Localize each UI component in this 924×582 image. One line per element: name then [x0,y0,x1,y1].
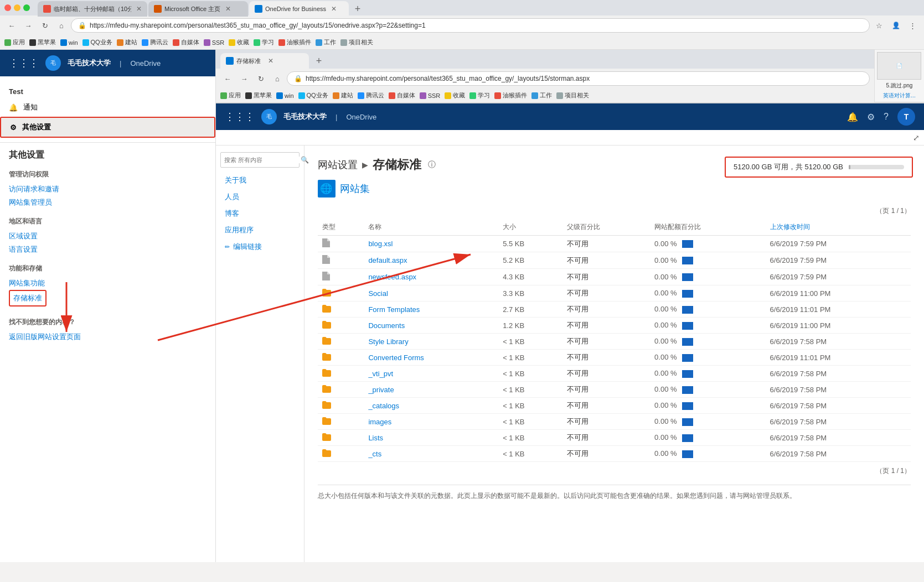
popup-bookmark-project[interactable]: 项目相关 [556,91,589,100]
forward-button[interactable]: → [21,18,35,33]
close-traffic-light[interactable] [4,4,11,11]
popup-bookmark-ssr[interactable]: SSR [420,92,441,99]
popup-tab-close[interactable]: ✕ [268,57,273,65]
link-legacy-settings[interactable]: 返回旧版网站设置页面 [9,330,207,344]
extension-icon[interactable]: 👤 [889,18,903,33]
bookmark-ssr[interactable]: SSR [204,39,225,46]
bookmark-work[interactable]: 工作 [316,38,336,46]
bookmark-tencent[interactable]: 腾讯云 [142,38,168,46]
new-tab-button[interactable]: + [350,1,365,17]
popup-bookmark-win[interactable]: win [276,92,294,99]
popup-nav-blog[interactable]: 博客 [216,205,304,222]
cell-name[interactable]: default.aspx [364,252,498,269]
bookmark-build[interactable]: 建站 [117,38,137,46]
tab-close-office[interactable]: ✕ [225,5,231,13]
home-button[interactable]: ⌂ [54,18,69,33]
popup-back-button[interactable]: ← [220,71,235,86]
popup-nav-apps[interactable]: 应用程序 [216,222,304,238]
popup-bookmark-tencent[interactable]: 腾讯云 [358,91,384,100]
bookmark-study[interactable]: 学习 [254,38,274,46]
settings-gear-icon[interactable]: ⚙ [867,112,875,122]
reload-button[interactable]: ↻ [38,18,52,33]
popup-bookmark-work[interactable]: 工作 [531,91,552,100]
app-header-left: ⋮⋮⋮ 毛 毛毛技术大学 | OneDrive [0,50,215,76]
cell-name[interactable]: Lists [364,430,498,446]
cell-type [318,366,364,382]
cell-name[interactable]: Style Library [364,334,498,350]
help-icon[interactable]: ? [884,112,889,122]
popup-home-button[interactable]: ⌂ [270,71,285,86]
other-settings-label: 其他设置 [22,122,51,132]
cell-name[interactable]: Social [364,285,498,302]
notification-bell-icon[interactable]: 🔔 [847,112,858,122]
bookmark-win[interactable]: win [60,39,78,46]
menu-button[interactable]: ⋮ [905,18,920,33]
tab-mail[interactable]: 临时邮箱、十分钟邮箱（10分钟... ✕ [38,1,147,17]
tab-office[interactable]: Microsoft Office 主页 ✕ [148,1,248,17]
popup-bookmark-tampermonkey[interactable]: 油猴插件 [494,91,527,100]
popup-nav-about[interactable]: 关于我 [216,172,304,189]
bookmark-tampermonkey[interactable]: 油猴插件 [278,38,311,46]
popup-bookmark-study[interactable]: 学习 [469,91,490,100]
cell-quota-pct: 0.00 % [650,398,765,414]
popup-forward-button[interactable]: → [237,71,251,86]
link-regional-settings[interactable]: 区域设置 [9,230,207,243]
site-collection-title[interactable]: 网站集 [340,182,370,195]
bookmark-media[interactable]: 自媒体 [173,38,199,46]
link-storage-quota-highlighted[interactable]: 存储标准 [9,290,47,306]
bookmark-star[interactable]: ☆ [872,18,886,33]
maximize-traffic-light[interactable] [23,4,30,11]
waffle-icon[interactable]: ⋮⋮⋮ [9,57,39,69]
bookmark-project[interactable]: 项目相关 [340,38,373,46]
link-language-settings[interactable]: 语言设置 [9,243,207,256]
popup-search-box[interactable]: 🔍 [220,152,300,168]
bookmark-collect[interactable]: 收藏 [229,38,249,46]
address-bar[interactable]: 🔒 https://mfedu-my.sharepoint.com/person… [71,18,870,33]
link-site-collection-admin[interactable]: 网站集管理员 [9,196,207,209]
popup-bookmark-build[interactable]: 建站 [333,91,353,100]
back-button[interactable]: ← [4,18,19,33]
bookmark-apps[interactable]: 应用 [4,38,25,46]
cell-name[interactable]: _private [364,382,498,398]
popup-bookmark-media[interactable]: 自媒体 [389,91,415,100]
cell-modified: 6/6/2019 7:58 PM [766,446,911,462]
popup-bookmark-apps[interactable]: 应用 [220,91,241,100]
cell-name[interactable]: blog.xsl [364,236,498,252]
user-avatar[interactable]: T [897,108,915,126]
popup-reload-button[interactable]: ↻ [254,71,268,86]
cell-type [318,350,364,366]
cell-parent-pct: 不可用 [562,430,650,446]
tab-onedrive[interactable]: OneDrive for Business ✕ [249,1,349,17]
minimize-traffic-light[interactable] [14,4,20,11]
popup-new-tab-button[interactable]: + [311,53,327,69]
link-access-requests[interactable]: 访问请求和邀请 [9,183,207,196]
cell-name[interactable]: Documents [364,318,498,334]
popup-search-input[interactable] [224,157,301,163]
cell-name[interactable]: _cts [364,446,498,462]
popup-bookmark-collect[interactable]: 收藏 [445,91,465,100]
expand-icon[interactable]: ⤢ [913,133,920,142]
cell-name[interactable]: newsfeed.aspx [364,269,498,285]
cell-size: < 1 KB [498,366,562,382]
sidebar-item-other-settings[interactable]: ⚙ 其他设置 [0,117,215,138]
cell-name[interactable]: images [364,414,498,430]
cell-name[interactable]: _vti_pvt [364,366,498,382]
cell-name[interactable]: Form Templates [364,302,498,318]
popup-tab[interactable]: 存储标准 ✕ [220,53,309,69]
cell-name[interactable]: Converted Forms [364,350,498,366]
gear-icon-left: ⚙ [10,123,17,132]
tab-close-onedrive[interactable]: ✕ [331,5,337,13]
tab-close-mail[interactable]: ✕ [136,5,142,13]
sidebar-item-notification[interactable]: 🔔 通知 [0,98,215,117]
popup-waffle-icon[interactable]: ⋮⋮⋮ [225,111,255,123]
tab-favicon-office [154,5,162,13]
popup-nav-people[interactable]: 人员 [216,189,304,205]
popup-nav-edit-link[interactable]: ✏ 编辑链接 [216,238,304,255]
link-site-features[interactable]: 网站集功能 [9,277,207,290]
popup-bookmark-mac[interactable]: 黑苹果 [245,91,272,100]
bookmark-mac[interactable]: 黑苹果 [29,38,56,46]
cell-name[interactable]: _catalogs [364,398,498,414]
popup-bookmark-qq[interactable]: QQ业务 [298,91,328,100]
popup-address-bar[interactable]: 🔒 https://mfedu-my.sharepoint.com/person… [287,71,870,86]
bookmark-qq[interactable]: QQ业务 [82,38,112,46]
